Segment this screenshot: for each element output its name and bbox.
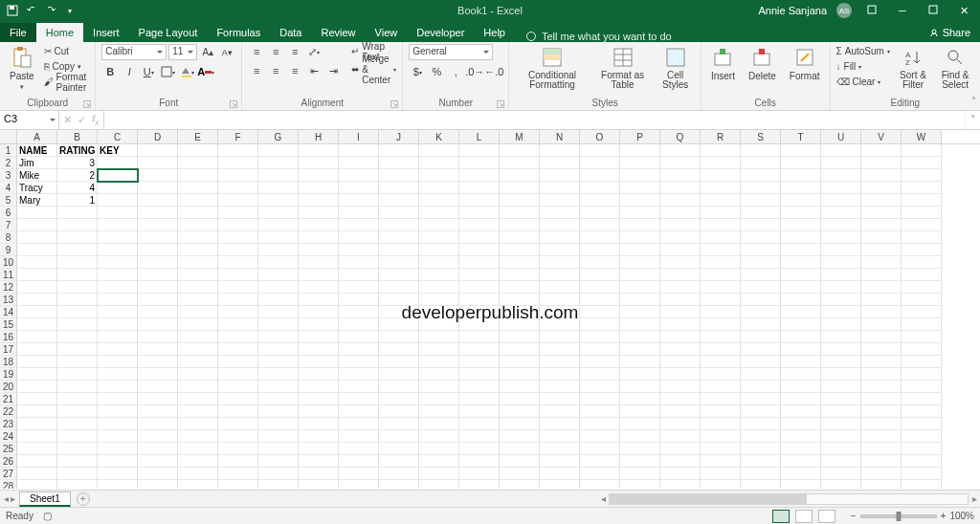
cell[interactable] <box>57 455 98 468</box>
cell[interactable] <box>821 381 861 393</box>
cell[interactable] <box>379 418 419 430</box>
cell[interactable] <box>701 430 741 443</box>
cell[interactable] <box>379 306 419 318</box>
cell[interactable] <box>299 405 339 418</box>
cell[interactable] <box>500 294 540 306</box>
cell[interactable] <box>861 207 902 219</box>
cell[interactable] <box>620 256 660 269</box>
cell[interactable] <box>339 207 379 219</box>
cell[interactable] <box>17 343 57 356</box>
cell[interactable] <box>178 207 218 219</box>
cell[interactable] <box>620 157 660 169</box>
cell[interactable] <box>741 281 781 294</box>
cell[interactable] <box>299 157 339 169</box>
cell[interactable] <box>459 393 500 405</box>
tab-review[interactable]: Review <box>311 23 365 42</box>
cell[interactable] <box>178 356 218 368</box>
cell[interactable] <box>419 269 459 281</box>
number-format-select[interactable]: General <box>409 44 493 60</box>
cell[interactable] <box>379 169 419 182</box>
cell[interactable] <box>580 443 620 455</box>
cell[interactable] <box>861 144 902 157</box>
cell[interactable] <box>580 144 620 157</box>
cell[interactable] <box>299 231 339 244</box>
cell[interactable] <box>781 343 821 356</box>
cell[interactable] <box>821 231 861 244</box>
decrease-font-icon[interactable]: A▾ <box>218 45 235 60</box>
cell[interactable] <box>660 405 701 418</box>
cell[interactable] <box>17 381 57 393</box>
column-header[interactable]: K <box>419 130 459 143</box>
cell[interactable] <box>299 368 339 381</box>
cell[interactable] <box>379 368 419 381</box>
cell[interactable] <box>17 318 57 331</box>
cell[interactable] <box>660 418 701 430</box>
cell[interactable] <box>299 331 339 343</box>
column-header[interactable]: M <box>500 130 540 143</box>
cell[interactable] <box>580 306 620 318</box>
tab-view[interactable]: View <box>366 23 408 42</box>
cell[interactable] <box>861 281 902 294</box>
cell[interactable] <box>902 144 942 157</box>
cell[interactable]: 1 <box>57 194 98 207</box>
tab-home[interactable]: Home <box>36 23 83 42</box>
cell[interactable] <box>660 306 701 318</box>
cell[interactable] <box>57 244 98 256</box>
cell[interactable] <box>17 331 57 343</box>
cell[interactable] <box>258 157 299 169</box>
cell[interactable] <box>138 294 178 306</box>
cell[interactable] <box>540 244 580 256</box>
cell[interactable] <box>138 219 178 231</box>
cell[interactable] <box>379 244 419 256</box>
cell[interactable] <box>419 381 459 393</box>
cell[interactable] <box>459 356 500 368</box>
cell[interactable] <box>138 430 178 443</box>
cell[interactable] <box>98 294 138 306</box>
cell[interactable] <box>379 194 419 207</box>
cell[interactable] <box>861 294 902 306</box>
cell[interactable] <box>299 455 339 468</box>
cell[interactable] <box>98 418 138 430</box>
cell[interactable] <box>299 207 339 219</box>
cell[interactable] <box>258 182 299 194</box>
cell[interactable] <box>178 480 218 489</box>
cell[interactable] <box>821 418 861 430</box>
cell[interactable] <box>580 381 620 393</box>
cell[interactable] <box>17 231 57 244</box>
cell[interactable] <box>218 368 258 381</box>
cell[interactable] <box>781 169 821 182</box>
cell[interactable] <box>741 182 781 194</box>
cell[interactable] <box>17 430 57 443</box>
cell[interactable] <box>902 281 942 294</box>
cell[interactable] <box>701 405 741 418</box>
cell[interactable] <box>902 244 942 256</box>
row-header[interactable]: 18 <box>0 356 17 368</box>
cell[interactable] <box>620 144 660 157</box>
sheet-next-icon[interactable]: ▸ <box>11 493 15 504</box>
decrease-decimal-icon[interactable]: ←.0 <box>485 64 502 79</box>
cell[interactable] <box>459 306 500 318</box>
cell[interactable] <box>419 405 459 418</box>
cell[interactable] <box>741 368 781 381</box>
cell[interactable] <box>339 343 379 356</box>
cell[interactable] <box>660 443 701 455</box>
cell[interactable] <box>379 231 419 244</box>
cell[interactable] <box>339 430 379 443</box>
cell[interactable] <box>580 455 620 468</box>
cell[interactable] <box>459 455 500 468</box>
cell[interactable] <box>98 269 138 281</box>
cell[interactable] <box>299 381 339 393</box>
row-header[interactable]: 23 <box>0 418 17 430</box>
cell[interactable] <box>660 480 701 489</box>
column-header[interactable]: D <box>138 130 178 143</box>
cell[interactable] <box>178 244 218 256</box>
cell[interactable] <box>821 207 861 219</box>
cell[interactable] <box>459 231 500 244</box>
save-icon[interactable] <box>6 4 19 17</box>
cell[interactable] <box>741 144 781 157</box>
cell[interactable] <box>379 157 419 169</box>
expand-formula-bar-icon[interactable]: ˅ <box>965 111 980 129</box>
cell[interactable] <box>98 169 138 182</box>
row-header[interactable]: 28 <box>0 480 17 489</box>
cell[interactable] <box>902 219 942 231</box>
